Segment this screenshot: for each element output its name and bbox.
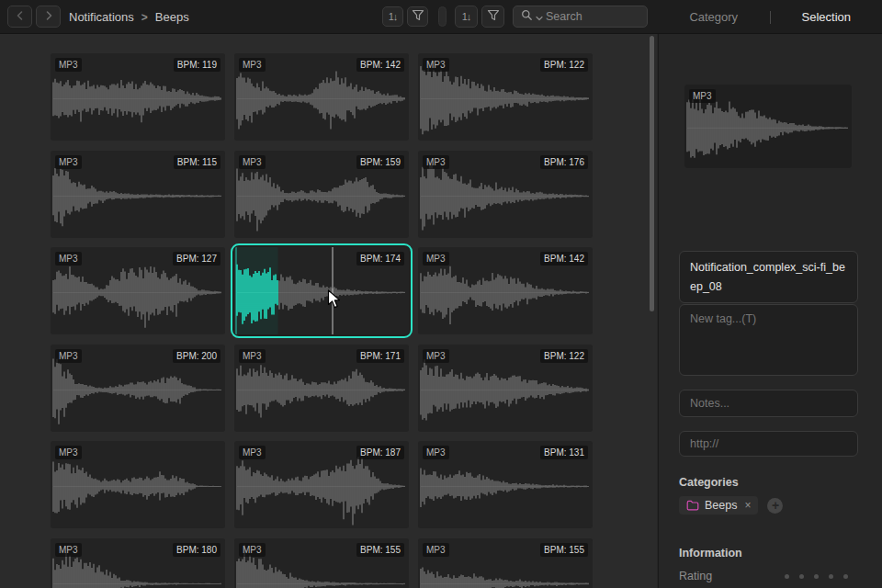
sort-icon: 1↓ xyxy=(462,11,471,22)
sample-tile[interactable]: BPM: 174 xyxy=(234,247,409,334)
scrollbar-thumb[interactable] xyxy=(650,36,654,311)
breadcrumb-separator-icon: > xyxy=(141,11,148,24)
rating-dot[interactable] xyxy=(814,574,819,579)
tab-selection[interactable]: Selection xyxy=(771,10,882,24)
bpm-badge: BPM: 122 xyxy=(540,349,588,363)
format-badge: MP3 xyxy=(689,89,716,103)
rating-dot[interactable] xyxy=(785,574,789,579)
format-badge: MP3 xyxy=(423,543,449,557)
sample-tile[interactable]: MP3 xyxy=(51,441,225,528)
filename-field[interactable]: Notification_complex_sci-fi_beep_08 xyxy=(679,251,858,303)
rating-dots xyxy=(785,574,848,579)
bpm-badge: BPM: 155 xyxy=(540,543,588,557)
bpm-badge: BPM: 176 xyxy=(540,155,588,169)
search-box[interactable] xyxy=(513,6,648,28)
sample-tile[interactable]: MP3BPM: 119 xyxy=(51,53,225,141)
breadcrumb-item-notifications[interactable]: Notifications xyxy=(69,10,134,24)
bpm-badge: BPM: 200 xyxy=(173,349,220,363)
bpm-badge: BPM: 180 xyxy=(173,543,220,557)
format-badge: MP3 xyxy=(239,155,266,169)
format-badge: MP3 xyxy=(55,543,82,557)
format-badge: MP3 xyxy=(423,58,449,72)
filter-button[interactable] xyxy=(481,6,504,28)
category-chip[interactable]: Beeps× xyxy=(679,496,758,514)
bpm-badge: BPM: 142 xyxy=(356,58,404,72)
rating-dot[interactable] xyxy=(843,574,848,579)
bpm-badge: BPM: 115 xyxy=(174,155,220,169)
bpm-badge: BPM: 171 xyxy=(356,349,404,363)
format-badge: MP3 xyxy=(423,155,449,169)
chip-remove-button[interactable]: × xyxy=(744,499,751,512)
format-badge: MP3 xyxy=(423,252,449,266)
format-badge: MP3 xyxy=(423,446,449,459)
format-badge: MP3 xyxy=(239,543,266,557)
sample-tile[interactable]: MP3BPM: 176 xyxy=(418,151,593,238)
sample-tile[interactable]: MP3BPM: 142 xyxy=(418,247,593,334)
sample-tile[interactable]: MP3BPM: 122 xyxy=(418,345,593,432)
format-badge: MP3 xyxy=(55,252,82,266)
rating-dot[interactable] xyxy=(799,574,804,579)
sample-tile[interactable]: MP3BPM: 131 xyxy=(418,441,593,528)
sample-tile[interactable]: MP3BPM: 115 xyxy=(51,151,225,238)
sample-tile[interactable]: MP3BPM: 187 xyxy=(234,441,409,528)
browser-area: MP3BPM: 119 MP3BPM: 142 MP3BPM: 122 MP3B… xyxy=(0,34,657,588)
forward-button[interactable] xyxy=(36,6,61,28)
bpm-badge: BPM: 127 xyxy=(173,252,220,266)
format-badge: MP3 xyxy=(55,155,82,169)
bpm-badge: BPM: 155 xyxy=(356,543,404,557)
rating-label: Rating xyxy=(679,570,712,582)
add-category-button[interactable]: + xyxy=(767,498,783,514)
sample-grid: MP3BPM: 119 MP3BPM: 142 MP3BPM: 122 MP3B… xyxy=(51,53,593,588)
search-input[interactable] xyxy=(546,10,639,23)
sample-tile[interactable]: MP3BPM: 155 xyxy=(418,538,593,588)
bpm-badge: BPM: 187 xyxy=(356,446,404,459)
filter-button-left[interactable] xyxy=(407,6,428,27)
funnel-icon xyxy=(487,8,500,25)
panel-tabs: Category Selection xyxy=(658,0,882,34)
bpm-badge: BPM: 122 xyxy=(540,58,588,72)
sample-tile[interactable]: MP3BPM: 171 xyxy=(234,345,409,432)
format-badge: MP3 xyxy=(55,349,82,363)
toolbar-splitter[interactable] xyxy=(438,6,447,27)
format-badge: MP3 xyxy=(239,446,266,459)
preview-tile: MP3 xyxy=(684,85,852,168)
sort-icon: 1↓ xyxy=(389,11,398,22)
sample-tile[interactable]: MP3BPM: 155 xyxy=(234,538,409,588)
search-icon xyxy=(521,8,533,25)
sample-tile[interactable]: MP3BPM: 122 xyxy=(418,53,593,141)
plus-icon: + xyxy=(772,499,779,512)
format-badge: MP3 xyxy=(55,58,82,72)
notes-input[interactable] xyxy=(679,390,858,417)
format-badge: MP3 xyxy=(239,349,266,363)
sort-button[interactable]: 1↓ xyxy=(455,6,478,28)
bpm-badge: BPM: 142 xyxy=(540,252,588,266)
sample-tile[interactable]: MP3BPM: 142 xyxy=(234,53,409,141)
bpm-badge: BPM: 159 xyxy=(356,155,404,169)
format-badge: MP3 xyxy=(55,446,82,459)
bpm-badge: BPM: 131 xyxy=(540,446,588,459)
breadcrumb: Notifications > Beeps xyxy=(69,0,189,34)
bpm-badge: BPM: 174 xyxy=(356,252,404,266)
sort-button-left[interactable]: 1↓ xyxy=(382,6,403,27)
rating-dot[interactable] xyxy=(829,574,833,579)
sample-tile[interactable]: MP3BPM: 200 xyxy=(51,345,225,432)
search-options-chevron-down-icon[interactable] xyxy=(536,8,543,25)
format-badge: MP3 xyxy=(423,349,449,363)
information-label: Information xyxy=(679,547,742,560)
back-button[interactable] xyxy=(7,6,32,28)
url-input[interactable] xyxy=(679,431,858,457)
sample-tile[interactable]: MP3BPM: 159 xyxy=(234,151,409,238)
category-chip-row: Beeps× + xyxy=(679,496,783,514)
rating-row: Rating xyxy=(679,570,848,582)
breadcrumb-item-beeps[interactable]: Beeps xyxy=(155,10,189,24)
chevron-right-icon xyxy=(43,8,54,25)
new-tag-input[interactable] xyxy=(679,304,858,376)
tab-category[interactable]: Category xyxy=(658,10,770,24)
bpm-badge: BPM: 119 xyxy=(174,58,220,72)
chevron-left-icon xyxy=(15,8,26,25)
format-badge: MP3 xyxy=(239,58,266,72)
sample-tile[interactable]: MP3BPM: 180 xyxy=(51,538,225,588)
inspector-panel: MP3 Notification_complex_sci-fi_beep_08 … xyxy=(658,34,882,588)
sample-tile[interactable]: MP3BPM: 127 xyxy=(51,247,225,334)
folder-icon xyxy=(686,500,699,511)
